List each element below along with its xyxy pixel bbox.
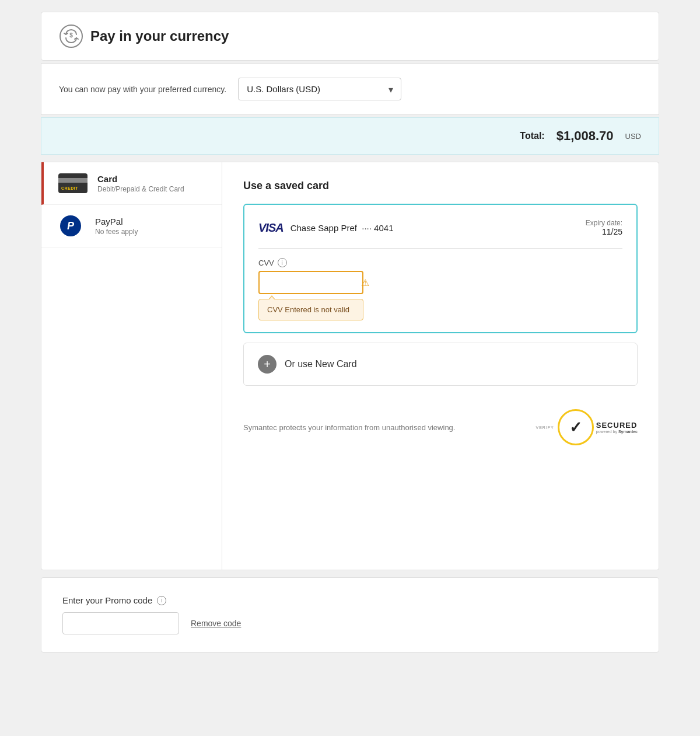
card-divider [258,248,622,249]
card-method-name: Card [97,174,184,184]
svg-text:$: $ [69,32,73,39]
norton-symantec-text: Symantec [618,430,638,434]
norton-verify-text: VERIFY [536,425,554,430]
paypal-method-name: PayPal [95,217,138,226]
card-name-number: Chase Sapp Pref ···· 4041 [290,223,394,233]
page-wrapper: $ Pay in your currency You can now pay w… [41,12,659,653]
cvv-info-icon[interactable]: i [278,258,287,267]
payment-method-card[interactable]: CREDIT Card Debit/Prepaid & Credit Card [41,162,222,205]
card-method-icon: CREDIT [58,173,88,194]
card-info-left: VISA Chase Sapp Pref ···· 4041 [258,221,394,235]
payment-sidebar: CREDIT Card Debit/Prepaid & Credit Card … [41,162,222,570]
page-title: Pay in your currency [90,28,229,44]
expiry-label: Expiry date: [586,219,622,227]
norton-circle: ✓ [558,409,594,445]
currency-select[interactable]: U.S. Dollars (USD) Euros (EUR) British P… [238,78,401,100]
cvv-input-wrapper: ⚠ [258,271,375,294]
cvv-label-row: CVV i [258,258,375,267]
new-card-label: Or use New Card [285,359,357,369]
saved-card-title: Use a saved card [243,180,638,192]
promo-card: Enter your Promo code i Remove code [41,577,659,653]
paypal-method-sub: No fees apply [95,228,138,236]
cvv-error-message: CVV Entered is not valid [258,299,363,320]
visa-logo: VISA [258,221,284,235]
main-card: CREDIT Card Debit/Prepaid & Credit Card … [41,162,659,570]
card-name: Chase Sapp Pref [290,223,357,233]
security-text: Symantec protects your information from … [243,423,455,432]
norton-circle-wrapper: ✓ [558,409,594,445]
card-header-row: VISA Chase Sapp Pref ···· 4041 Expiry da… [258,219,622,236]
norton-badge: VERIFY ✓ SECURED powered by Symantec [536,409,638,445]
promo-row: Remove code [62,612,638,634]
cvv-section: CVV i ⚠ CVV Entered is not valid [258,258,375,320]
security-row: Symantec protects your information from … [243,403,638,445]
paypal-icon: P [60,215,81,236]
warning-icon: ⚠ [361,277,369,288]
cvv-input[interactable] [258,271,363,294]
saved-card-box: VISA Chase Sapp Pref ···· 4041 Expiry da… [243,204,638,333]
promo-info-icon[interactable]: i [157,596,166,605]
payment-content: Use a saved card VISA Chase Sapp Pref ··… [222,162,659,570]
currency-description: You can now pay with your preferred curr… [59,85,226,94]
currency-exchange-icon: $ [59,24,83,48]
new-card-box[interactable]: + Or use New Card [243,343,638,386]
promo-label: Enter your Promo code [62,595,152,605]
remove-code-link[interactable]: Remove code [191,619,241,628]
credit-icon-text: CREDIT [61,186,78,190]
norton-secured-text: SECURED [596,421,638,430]
credit-card-icon: CREDIT [58,173,88,193]
norton-checkmark: ✓ [569,418,582,437]
card-method-info: Card Debit/Prepaid & Credit Card [97,174,184,193]
total-amount: $1,008.70 [556,128,614,144]
payment-method-paypal[interactable]: P PayPal No fees apply [41,205,222,247]
card-last4: ···· 4041 [362,223,393,233]
card-expiry: Expiry date: 11/25 [586,219,622,236]
norton-text-block: SECURED powered by Symantec [596,421,638,434]
promo-label-row: Enter your Promo code i [62,595,638,605]
header-card: $ Pay in your currency [41,12,659,61]
total-bar: Total: $1,008.70 USD [41,117,659,155]
cvv-label: CVV [258,259,274,267]
currency-select-wrapper: U.S. Dollars (USD) Euros (EUR) British P… [238,78,401,100]
paypal-method-info: PayPal No fees apply [95,217,138,236]
total-currency-badge: USD [625,132,641,141]
norton-powered-text: powered by Symantec [596,430,638,434]
promo-input[interactable] [62,612,179,634]
currency-card: You can now pay with your preferred curr… [41,63,659,115]
plus-circle-icon: + [258,355,276,374]
paypal-method-icon: P [55,215,86,236]
card-method-sub: Debit/Prepaid & Credit Card [97,185,184,193]
expiry-value: 11/25 [586,227,622,236]
total-label: Total: [520,131,544,141]
